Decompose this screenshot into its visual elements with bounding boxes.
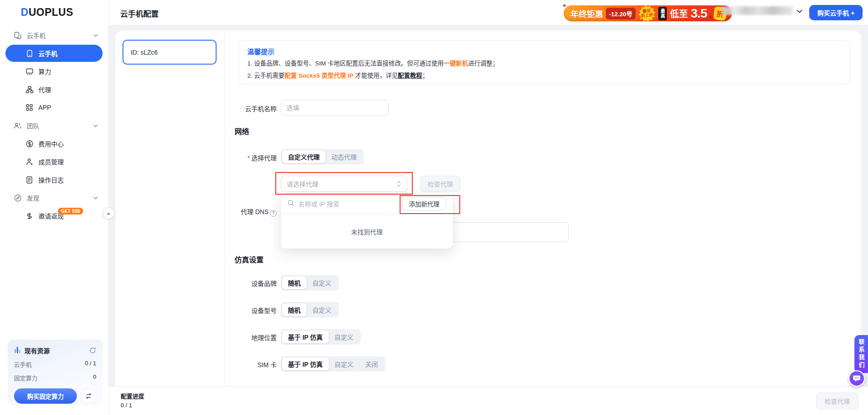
help-icon[interactable]: ? [270,210,277,217]
sidebar-item-proxy[interactable]: 代理 [0,80,108,98]
sidebar-item-logs[interactable]: 操作日志 [0,171,108,189]
option-custom[interactable]: 自定义 [329,358,359,370]
sidebar-item-label: 云手机 [27,31,46,40]
option-custom[interactable]: 自定义 [307,276,337,289]
tips-line-2: 2. 云手机需要配置 Socks5 类型代理 IP 才能使用，详见配置教程； [247,71,841,80]
sidebar-item-label: 成员管理 [38,157,64,166]
tab-dynamic-proxy[interactable]: 动态代理 [326,150,363,163]
config-tutorial-link[interactable]: 配置教程 [398,72,422,79]
dollar-circle-icon [25,140,33,148]
sidebar-item-members[interactable]: 成员管理 [0,153,108,171]
tips-title: 温馨提示 [247,47,841,56]
device-model-label: 设备型号 [206,306,277,315]
add-new-proxy-button[interactable]: 添加新代理 [402,197,447,210]
sidebar-group-team[interactable]: 团队 [0,117,108,135]
contact-us-tab[interactable]: 联系我们 [854,335,868,373]
bottom-bar: 配置进度 0 / 1 检查代理 [108,386,868,415]
chevron-down-icon [93,196,98,200]
proxy-select[interactable]: 请选择代理 [281,176,407,192]
promo-headline: 年终钜惠 [571,8,603,19]
tips-line-1: 1. 设备品牌、设备型号、SIM 卡地区配置后无法直接修改。但可通过使用一键新机… [247,59,841,68]
resource-row-compute: 固定算力 0 [14,373,96,382]
phone-name-input[interactable] [281,100,389,116]
one-key-new-link[interactable]: 一键新机 [443,60,468,67]
promo-discount-number: 3.5 [691,7,707,20]
sim-card-segment: 基于 IP 仿真 自定义 关闭 [281,356,385,372]
sidebar-nav: 云手机 云手机 算力 代理 APP 团队 [0,26,108,225]
account-menu[interactable] [722,6,802,15]
sidebar-item-label: 团队 [27,121,39,130]
search-icon [288,200,294,208]
resource-label: 固定算力 [14,373,38,382]
name-label: 云手机名称 [206,104,277,113]
sidebar-item-label: 云手机 [38,49,57,58]
sidebar-group-cloudphone[interactable]: 云手机 [0,26,108,44]
chevron-down-icon [797,7,802,14]
sidebar: DUOPLUS 云手机 云手机 算力 代理 APP [0,0,108,415]
sidebar-collapse-button[interactable]: « [103,207,114,219]
promo-banner[interactable]: ✦ 年终钜惠 -12.20号 叠加 折上折 最高 低至 3.5 折 [564,5,732,21]
resource-label: 云手机 [14,360,32,368]
chevron-down-icon [93,124,98,127]
tips-text: ； [422,72,429,79]
proxy-label: *选择代理 [206,153,277,162]
proxy-select-placeholder: 请选择代理 [287,179,318,188]
resource-value: 0 / 1 [85,360,96,368]
promo-date: -12.20号 [606,8,636,19]
option-ip-based[interactable]: 基于 IP 仿真 [282,358,329,370]
phone-icon [25,49,33,57]
sidebar-item-referral[interactable]: 邀请返现 GET $$$ [0,207,108,225]
device-brand-segment: 随机 自定义 [281,275,339,290]
buy-compute-button[interactable]: 购买固定算力 [14,388,77,404]
option-custom[interactable]: 自定义 [329,331,359,343]
option-random[interactable]: 随机 [282,303,307,316]
swap-icon[interactable] [81,388,96,404]
proxy-search-row: 名称或 IP 搜索 添加新代理 [281,194,453,214]
cloud-phone-group-icon [14,31,22,39]
tips-card: 温馨提示 1. 设备品牌、设备型号、SIM 卡地区配置后无法直接修改。但可通过使… [239,40,850,84]
progress-label: 配置进度 [121,392,144,400]
tips-text: 1. 设备品牌、设备型号、SIM 卡地区配置后无法直接修改。但可通过使用 [247,60,443,67]
sidebar-item-label: 代理 [38,85,51,94]
buy-cloudphone-button[interactable]: 购买云手机 + [809,5,863,20]
option-ip-based[interactable]: 基于 IP 仿真 [282,331,329,343]
check-proxy-button-bottom[interactable]: 检查代理 [816,392,859,410]
sidebar-item-label: 算力 [38,67,51,76]
refresh-icon[interactable] [89,347,96,354]
proxy-search-placeholder[interactable]: 名称或 IP 搜索 [298,199,398,208]
proxy-empty-state: 未找到代理 [281,214,453,249]
sidebar-item-label: 费用中心 [38,139,64,148]
option-random[interactable]: 随机 [282,276,307,289]
sidebar-item-label: 发现 [27,193,39,202]
device-id-text: ID: sLZc6 [131,49,158,56]
socks5-highlight: 配置 Socks5 类型代理 IP [285,72,354,79]
tab-custom-proxy[interactable]: 自定义代理 [282,150,326,163]
promo-lowto: 低至 [670,7,688,20]
resource-value: 0 [93,373,96,382]
option-off[interactable]: 关闭 [359,358,384,370]
sidebar-item-app[interactable]: APP [0,98,108,117]
promo-max-tag: 最高 [658,7,667,20]
device-id-card[interactable]: ID: sLZc6 [123,40,217,65]
config-progress: 配置进度 0 / 1 [121,392,144,409]
resource-row-cloudphone: 云手机 0 / 1 [14,360,96,368]
proxy-label-text: 选择代理 [251,154,277,162]
sidebar-item-label: 操作日志 [38,175,64,184]
sidebar-item-billing[interactable]: 费用中心 [0,135,108,153]
compass-icon [14,194,22,202]
sidebar-item-cloudphone[interactable]: 云手机 [5,45,103,62]
sim-card-label: SIM 卡 [206,360,277,369]
app-root: DUOPLUS 云手机 云手机 算力 代理 APP [0,0,868,415]
sidebar-group-discover[interactable]: 发现 [0,189,108,207]
tips-text: 进行调整； [468,60,499,67]
option-custom[interactable]: 自定义 [307,303,337,316]
proxy-dns-label: 代理 DNS? [206,207,277,217]
simulation-section-title: 仿真设置 [235,254,264,265]
check-proxy-button-top[interactable]: 检查代理 [420,176,461,192]
resources-panel: 现有资源 云手机 0 / 1 固定算力 0 购买固定算力 [8,340,103,406]
chat-bubble-button[interactable] [849,370,865,387]
sidebar-item-compute[interactable]: 算力 [0,62,108,80]
app-grid-icon [25,103,33,112]
logo-rest: UOPLUS [28,6,73,18]
device-brand-label: 设备品牌 [206,279,277,288]
